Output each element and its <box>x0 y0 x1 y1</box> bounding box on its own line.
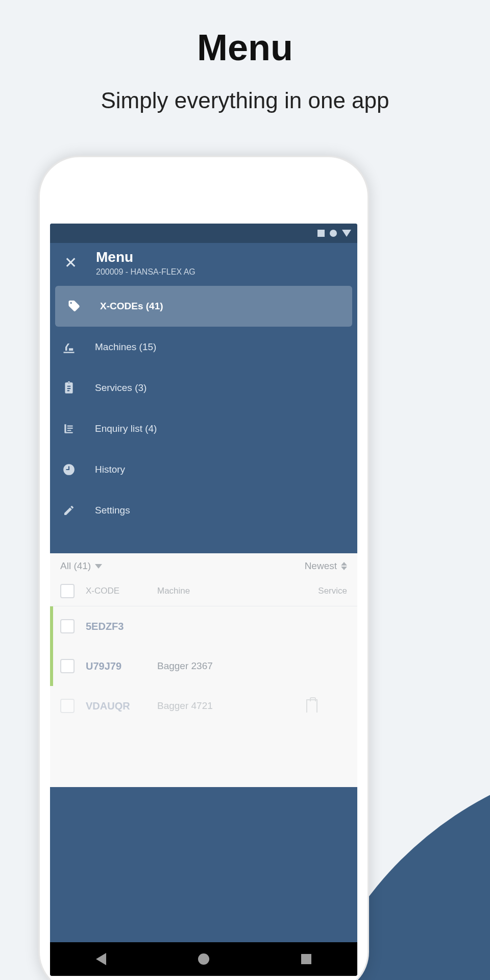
service-clipboard-icon <box>306 699 317 713</box>
page-subtitle: Simply everything in one app <box>0 88 490 113</box>
menu-item-services[interactable]: Services (3) <box>50 368 357 408</box>
table-row[interactable]: 5EDZF3 <box>50 606 357 646</box>
filter-row: All (41) Newest <box>50 553 357 576</box>
drawer-header-text: Menu 200009 - HANSA-FLEX AG <box>96 249 347 277</box>
row-checkbox[interactable] <box>60 699 75 713</box>
menu-item-label: Settings <box>95 505 130 516</box>
menu-item-label: Machines (15) <box>95 341 156 353</box>
filter-label: All (41) <box>60 560 91 572</box>
android-navbar <box>50 942 357 976</box>
pencil-icon <box>60 504 78 517</box>
drawer-title: Menu <box>96 249 347 265</box>
col-header-xcode: X-CODE <box>86 586 157 596</box>
table-row[interactable]: U79J79 Bagger 2367 <box>50 646 357 686</box>
sort-icon <box>341 562 347 570</box>
select-all-checkbox[interactable] <box>60 584 75 598</box>
tag-icon <box>65 299 83 313</box>
home-button[interactable] <box>198 953 209 965</box>
navigation-drawer: ✕ Menu 200009 - HANSA-FLEX AG X-CODEs (4… <box>50 243 357 553</box>
drawer-header: ✕ Menu 200009 - HANSA-FLEX AG <box>50 243 357 286</box>
menu-item-label: Enquiry list (4) <box>95 423 157 434</box>
menu-item-machines[interactable]: Machines (15) <box>50 327 357 368</box>
back-button[interactable] <box>96 953 106 965</box>
menu-item-xcodes[interactable]: X-CODEs (41) <box>55 286 352 327</box>
machine-icon <box>60 340 78 354</box>
filter-dropdown[interactable]: All (41) <box>60 560 102 572</box>
page-title: Menu <box>0 27 490 68</box>
col-header-service: Service <box>306 586 347 596</box>
list-area: All (41) Newest X-CODE Machine Service <box>50 553 357 787</box>
row-checkbox[interactable] <box>60 619 75 633</box>
status-square-icon <box>317 230 325 237</box>
sort-label: Newest <box>305 560 337 572</box>
status-circle-icon <box>330 230 337 237</box>
cart-icon <box>60 422 78 436</box>
drawer-subtitle: 200009 - HANSA-FLEX AG <box>96 267 347 277</box>
menu-item-enquiry-list[interactable]: Enquiry list (4) <box>50 408 357 449</box>
col-header-machine: Machine <box>157 586 306 596</box>
phone-frame: ✕ Menu 200009 - HANSA-FLEX AG X-CODEs (4… <box>38 156 369 980</box>
row-checkbox[interactable] <box>60 659 75 673</box>
row-xcode: 5EDZF3 <box>86 621 157 632</box>
close-icon[interactable]: ✕ <box>60 253 81 273</box>
menu-item-label: X-CODEs (41) <box>100 301 163 312</box>
table-row[interactable]: VDAUQR Bagger 4721 <box>50 686 357 726</box>
menu-item-settings[interactable]: Settings <box>50 490 357 531</box>
menu-item-history[interactable]: History <box>50 449 357 490</box>
clock-icon <box>60 463 78 476</box>
sort-dropdown[interactable]: Newest <box>305 560 347 572</box>
statusbar <box>50 224 357 243</box>
row-machine: Bagger 4721 <box>157 700 306 712</box>
row-xcode: VDAUQR <box>86 700 157 712</box>
row-machine: Bagger 2367 <box>157 660 306 672</box>
menu-item-label: History <box>95 464 125 475</box>
app-screen: ✕ Menu 200009 - HANSA-FLEX AG X-CODEs (4… <box>50 224 357 976</box>
menu-item-label: Services (3) <box>95 382 146 394</box>
table-header: X-CODE Machine Service <box>50 576 357 606</box>
clipboard-icon <box>60 381 78 395</box>
recent-button[interactable] <box>301 954 311 964</box>
chevron-down-icon <box>95 564 102 569</box>
row-xcode: U79J79 <box>86 660 157 672</box>
status-triangle-icon <box>342 230 351 237</box>
